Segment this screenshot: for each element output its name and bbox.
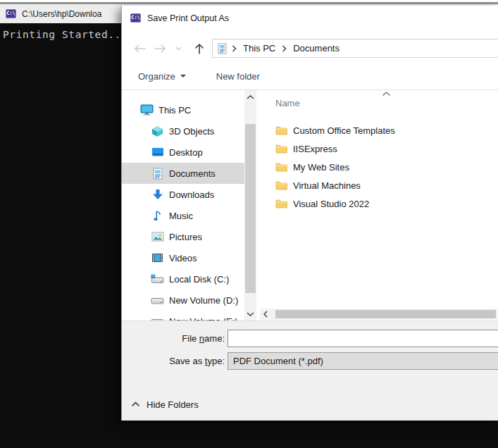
dialog-titlebar[interactable]: C:\ Save Print Output As [122,6,498,30]
horizontal-scrollbar[interactable] [260,309,498,320]
console-title: C:\Users\hp\Downloa [22,9,101,19]
back-button[interactable] [133,44,146,53]
sidebar-item-3d-objects[interactable]: 3D Objects [122,120,244,142]
hide-folders-label: Hide Folders [147,399,199,410]
scrollbar-thumb[interactable] [245,124,256,293]
videos-icon [151,251,164,264]
save-as-type-select[interactable]: PDF Document (*.pdf) [228,352,498,370]
folder-name: IISExpress [293,144,337,154]
sidebar-item-downloads[interactable]: Downloads [122,184,244,205]
sidebar-item-label: Videos [169,253,197,263]
downloads-icon [151,188,164,201]
save-as-type-row: Save as type: PDF Document (*.pdf) [122,352,498,370]
3d-objects-icon [151,125,164,137]
folder-name: Virtual Machines [293,180,361,191]
sidebar-item-new-volume-d[interactable]: New Volume (D:) [122,290,244,311]
forward-button[interactable] [154,44,167,53]
sidebar-item-label: Pictures [169,232,202,242]
screen: C:\ C:\Users\hp\Downloa Printing Started… [0,0,498,448]
chevron-up-icon [131,402,140,407]
folder-name: Custom Office Templates [293,125,395,136]
folder-name: My Web Sites [293,162,349,173]
folder-icon [275,162,287,172]
cmd-icon: C:\ [6,9,16,18]
sidebar-item-label: 3D Objects [169,126,214,137]
name-column-label: Name [275,98,300,108]
this-pc-icon [140,104,154,116]
save-as-type-value: PDF Document (*.pdf) [233,356,323,366]
drive-icon [151,294,164,306]
file-name-row: File name: [122,330,498,347]
file-name-label: File name: [122,330,225,347]
music-note-icon [151,209,164,222]
cmd-icon: C:\ [130,13,141,23]
sidebar-item-new-volume-e[interactable]: New Volume (E:) [122,311,244,321]
dialog-footer: File name: Save as type: PDF Document (*… [122,321,498,421]
organize-button[interactable]: Organize [138,71,186,82]
up-button[interactable] [194,42,204,54]
scroll-left-icon[interactable] [260,309,271,320]
breadcrumb-this-pc[interactable]: This PC [243,43,275,54]
navigation-bar: This PC Documents [122,30,498,63]
breadcrumb-documents[interactable]: Documents [293,43,340,54]
recent-locations-dropdown[interactable] [175,46,182,51]
scrollbar-thumb[interactable] [275,310,496,318]
sidebar-item-label: Desktop [169,147,203,158]
sidebar-item-label: Downloads [169,189,214,200]
dialog-title: Save Print Output As [147,13,229,23]
sidebar-item-label: Documents [169,168,216,179]
file-name-input[interactable] [228,330,498,347]
breadcrumb-chevron-icon[interactable] [282,45,287,52]
sort-ascending-icon [382,92,391,97]
folder-icon [275,144,287,154]
local-disk-icon [151,273,164,285]
sidebar-item-videos[interactable]: Videos [122,247,244,268]
console-output-text: Printing Started... [3,29,127,40]
sidebar-item-documents[interactable]: Documents [122,163,244,184]
address-bar[interactable]: This PC Documents [212,39,498,58]
sidebar-item-this-pc[interactable]: This PC [122,99,244,120]
file-list: Name Custom Office Templates [256,90,498,321]
navigation-pane: This PC 3D Objects Desktop [122,90,244,321]
folder-icon [275,180,287,190]
desktop-icon [151,146,164,158]
organize-label: Organize [138,71,175,82]
save-as-type-label: Save as type: [122,352,225,370]
sidebar-item-label: New Volume (D:) [169,295,238,306]
name-column-header[interactable]: Name [275,98,300,108]
sidebar-item-local-disk-c[interactable]: Local Disk (C:) [122,268,244,290]
sidebar-item-music[interactable]: Music [122,205,244,226]
save-print-output-dialog: C:\ Save Print Output As [121,6,498,421]
folder-icon [275,125,287,135]
sidebar-item-desktop[interactable]: Desktop [122,142,244,163]
folder-name: Visual Studio 2022 [293,199,369,209]
new-folder-button[interactable]: New folder [216,71,260,82]
folder-row-custom-office-templates[interactable]: Custom Office Templates [275,121,498,139]
caret-down-icon [180,75,186,77]
sidebar-item-pictures[interactable]: Pictures [122,226,244,247]
sidebar-item-label: This PC [158,105,191,116]
folder-icon [275,199,287,209]
command-toolbar: Organize New folder [122,63,498,90]
scroll-up-icon[interactable] [244,92,256,102]
folder-row-my-web-sites[interactable]: My Web Sites [275,158,498,176]
folder-row-virtual-machines[interactable]: Virtual Machines [275,176,498,194]
browser-area: This PC 3D Objects Desktop [122,90,498,321]
hide-folders-button[interactable]: Hide Folders [131,397,199,411]
scroll-down-icon[interactable] [244,309,256,319]
folder-row-iisexpress[interactable]: IISExpress [275,139,498,158]
folder-row-visual-studio-2022[interactable]: Visual Studio 2022 [275,194,498,213]
folder-list: Custom Office Templates IISExpress My We… [275,121,498,213]
sidebar-scrollbar[interactable] [244,90,256,321]
sidebar-item-label: Local Disk (C:) [169,274,229,285]
documents-location-icon [218,43,227,54]
drive-icon [151,315,164,321]
documents-icon [151,167,164,180]
sidebar-item-label: Music [169,211,193,221]
breadcrumb-chevron-icon[interactable] [232,45,237,52]
pictures-icon [151,230,164,243]
